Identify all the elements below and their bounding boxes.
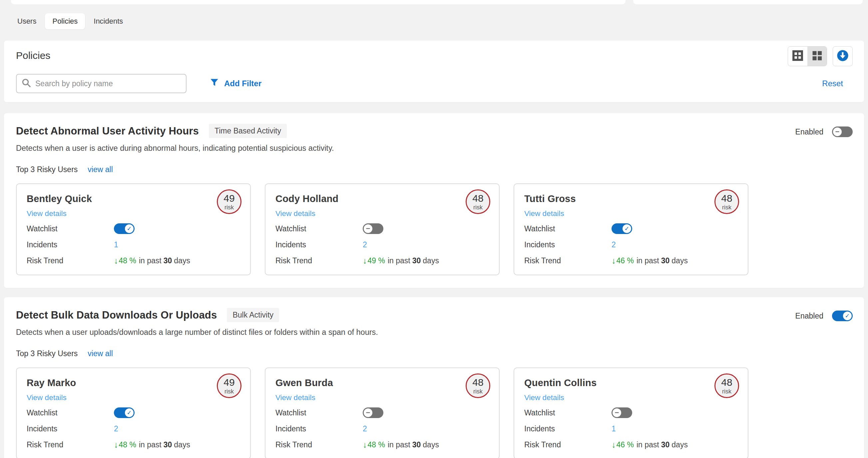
watchlist-toggle[interactable]: ✓ — [114, 407, 134, 418]
watchlist-toggle[interactable]: ✓ — [612, 223, 632, 234]
risk-score: 49 — [223, 193, 235, 203]
view-all-link[interactable]: view all — [88, 349, 113, 358]
watchlist-toggle[interactable]: − — [363, 407, 383, 418]
search-icon — [21, 78, 35, 89]
toggle-dash-icon: − — [613, 408, 621, 417]
risk-trend-value: ↓ 49 % in past 30 days — [363, 256, 439, 266]
risk-trend-label: Risk Trend — [27, 440, 114, 449]
risk-unit-label: risk — [722, 388, 732, 394]
user-name: Cody Holland — [275, 193, 489, 204]
risk-score-badge: 49 risk — [217, 373, 242, 398]
toggle-check-icon: ✓ — [843, 312, 852, 320]
toggle-dash-icon: − — [833, 128, 842, 136]
incidents-count-link[interactable]: 2 — [612, 240, 616, 249]
view-toolbar — [788, 46, 853, 66]
download-icon — [836, 49, 849, 63]
view-details-link[interactable]: View details — [524, 209, 564, 218]
policy-description: Detects when a user uploads/downloads a … — [16, 328, 853, 337]
risk-trend-value: ↓ 48 % in past 30 days — [363, 440, 439, 450]
enabled-label: Enabled — [796, 312, 824, 321]
view-all-link[interactable]: view all — [88, 165, 113, 174]
policy-enabled-toggle[interactable]: ✓ — [832, 310, 853, 321]
incidents-count-link[interactable]: 2 — [363, 424, 367, 433]
risk-score-badge: 48 risk — [714, 373, 739, 398]
tab-incidents[interactable]: Incidents — [86, 13, 130, 29]
user-card: Tutti Gross 48 risk View details Watchli… — [514, 184, 748, 275]
risk-trend-label: Risk Trend — [524, 256, 612, 265]
incidents-count-link[interactable]: 1 — [612, 424, 616, 433]
trend-down-icon: ↓ — [612, 440, 616, 450]
policy-card-bulk-data: Detect Bulk Data Downloads Or Uploads Bu… — [4, 297, 864, 458]
view-details-link[interactable]: View details — [524, 393, 564, 402]
user-name: Tutti Gross — [524, 193, 738, 204]
filter-funnel-icon — [210, 78, 224, 89]
watchlist-toggle[interactable]: ✓ — [114, 223, 134, 234]
user-card: Quentin Collins 48 risk View details Wat… — [514, 367, 748, 458]
tab-policies[interactable]: Policies — [45, 13, 85, 29]
watchlist-label: Watchlist — [27, 408, 114, 417]
risk-score: 48 — [721, 193, 732, 203]
risk-trend-value: ↓ 46 % in past 30 days — [612, 256, 688, 266]
user-name: Ray Marko — [27, 378, 240, 388]
watchlist-label: Watchlist — [275, 408, 363, 417]
risky-users-grid: Ray Marko 49 risk View details Watchlist… — [16, 367, 853, 458]
user-name: Gwen Burda — [275, 378, 489, 388]
view-details-link[interactable]: View details — [275, 209, 315, 218]
watchlist-toggle[interactable]: − — [363, 223, 383, 234]
risky-users-grid: Bentley Quick 49 risk View details Watch… — [16, 184, 853, 275]
watchlist-toggle[interactable]: − — [612, 407, 632, 418]
top-risky-users-label: Top 3 Risky Users — [16, 165, 78, 174]
incidents-count-link[interactable]: 1 — [114, 240, 118, 249]
incidents-count-link[interactable]: 2 — [114, 424, 118, 433]
reset-link[interactable]: Reset — [822, 79, 843, 88]
toggle-check-icon: ✓ — [622, 224, 631, 233]
risk-unit-label: risk — [722, 204, 732, 210]
risk-score-badge: 48 risk — [466, 373, 490, 398]
risk-unit-label: risk — [224, 204, 234, 210]
trend-down-icon: ↓ — [114, 440, 118, 450]
table-view-icon — [792, 50, 803, 63]
view-mode-switcher — [788, 46, 827, 66]
risk-unit-label: risk — [473, 388, 483, 394]
view-details-link[interactable]: View details — [275, 393, 315, 402]
watchlist-label: Watchlist — [275, 224, 363, 233]
toggle-check-icon: ✓ — [125, 408, 133, 417]
risk-trend-value: ↓ 46 % in past 30 days — [612, 440, 688, 450]
tab-users[interactable]: Users — [10, 13, 43, 29]
user-card: Bentley Quick 49 risk View details Watch… — [16, 184, 251, 275]
risk-trend-label: Risk Trend — [27, 256, 114, 265]
top-edge-panel-left — [11, 0, 625, 4]
table-view-button[interactable] — [788, 46, 807, 66]
incidents-label: Incidents — [27, 240, 114, 249]
policy-description: Detects when a user is active during abn… — [16, 144, 853, 153]
watchlist-label: Watchlist — [524, 224, 612, 233]
policy-enabled-toggle[interactable]: − — [832, 127, 853, 137]
grid-view-button[interactable] — [807, 46, 827, 66]
trend-down-icon: ↓ — [363, 256, 367, 266]
watchlist-label: Watchlist — [524, 408, 612, 417]
view-details-link[interactable]: View details — [27, 393, 67, 402]
risk-trend-label: Risk Trend — [524, 440, 612, 449]
risk-score-badge: 48 risk — [466, 189, 490, 214]
risk-score: 48 — [721, 378, 732, 387]
risk-trend-label: Risk Trend — [275, 440, 363, 449]
trend-down-icon: ↓ — [114, 256, 118, 266]
user-name: Bentley Quick — [27, 193, 240, 204]
toggle-dash-icon: − — [364, 408, 372, 417]
enabled-label: Enabled — [796, 128, 824, 136]
add-filter-button[interactable]: Add Filter — [210, 78, 261, 89]
user-card: Cody Holland 48 risk View details Watchl… — [265, 184, 500, 275]
policy-category-tag: Bulk Activity — [227, 308, 279, 322]
risk-unit-label: risk — [224, 388, 234, 394]
user-name: Quentin Collins — [524, 378, 738, 388]
incidents-count-link[interactable]: 2 — [363, 240, 367, 249]
risk-trend-value: ↓ 48 % in past 30 days — [114, 440, 190, 450]
risk-unit-label: risk — [473, 204, 483, 210]
grid-view-icon — [811, 50, 823, 63]
view-details-link[interactable]: View details — [27, 209, 67, 218]
policy-title: Detect Bulk Data Downloads Or Uploads — [16, 309, 217, 321]
risk-trend-label: Risk Trend — [275, 256, 363, 265]
download-button[interactable] — [833, 46, 853, 66]
search-input[interactable] — [35, 79, 181, 88]
watchlist-label: Watchlist — [27, 224, 114, 233]
